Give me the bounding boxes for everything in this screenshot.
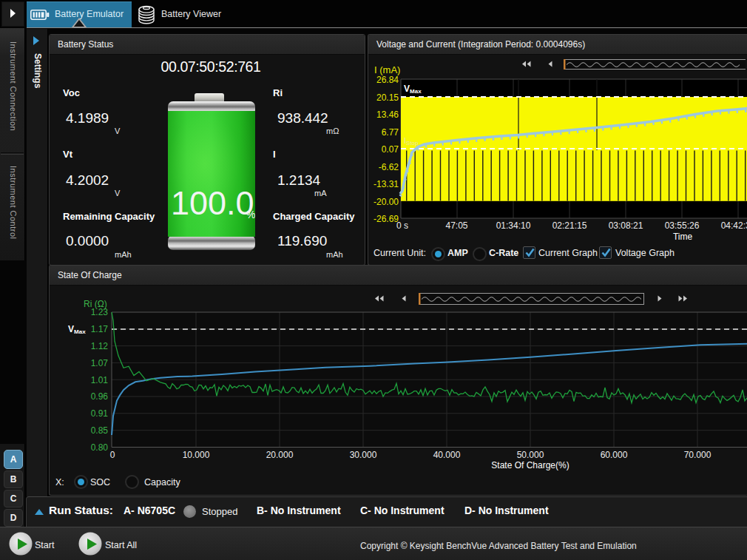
svg-text:40.000: 40.000 [433,450,461,460]
svg-text:-26.69: -26.69 [374,214,399,224]
svg-text:03:55:26: 03:55:26 [665,220,700,231]
svg-text:100.0: 100.0 [171,184,254,222]
svg-text:I (mA): I (mA) [374,64,400,75]
svg-text:%: % [246,209,255,220]
svg-text:1.01: 1.01 [91,375,109,385]
svg-text:-13.31: -13.31 [374,179,399,189]
svg-text:1.17: 1.17 [91,324,109,334]
svg-text:60.000: 60.000 [601,450,628,460]
svg-text:1.07: 1.07 [91,358,109,368]
svg-text:VMax: VMax [68,324,86,335]
svg-text:70.000: 70.000 [684,450,711,460]
svg-text:State Of Charge(%): State Of Charge(%) [491,460,569,470]
svg-text:0.91: 0.91 [91,408,109,419]
svg-text:6.77: 6.77 [382,127,399,138]
svg-text:0: 0 [110,450,115,460]
svg-text:26.84: 26.84 [376,75,399,85]
svg-text:13.46: 13.46 [376,109,399,120]
svg-text:0 s: 0 s [396,220,408,231]
svg-text:-6.62: -6.62 [379,162,399,172]
svg-text:1.12: 1.12 [91,341,109,351]
svg-text:50.000: 50.000 [517,450,544,460]
svg-text:47:05: 47:05 [445,220,467,231]
svg-text:0.85: 0.85 [91,425,109,436]
svg-text:04:42:31: 04:42:31 [721,220,747,231]
svg-text:10.000: 10.000 [183,450,210,460]
svg-text:01:34:10: 01:34:10 [496,220,531,231]
svg-text:-20.00: -20.00 [374,197,399,207]
svg-text:0.07: 0.07 [382,144,399,155]
svg-text:1.23: 1.23 [91,307,109,317]
svg-text:20.000: 20.000 [266,450,294,460]
svg-text:03:08:21: 03:08:21 [609,220,643,231]
svg-text:0.80: 0.80 [91,442,109,453]
svg-text:30.000: 30.000 [350,450,377,460]
svg-text:20.15: 20.15 [376,92,399,103]
svg-text:0.96: 0.96 [91,391,109,402]
svg-text:Time: Time [673,232,693,242]
svg-text:02:21:15: 02:21:15 [552,220,587,231]
